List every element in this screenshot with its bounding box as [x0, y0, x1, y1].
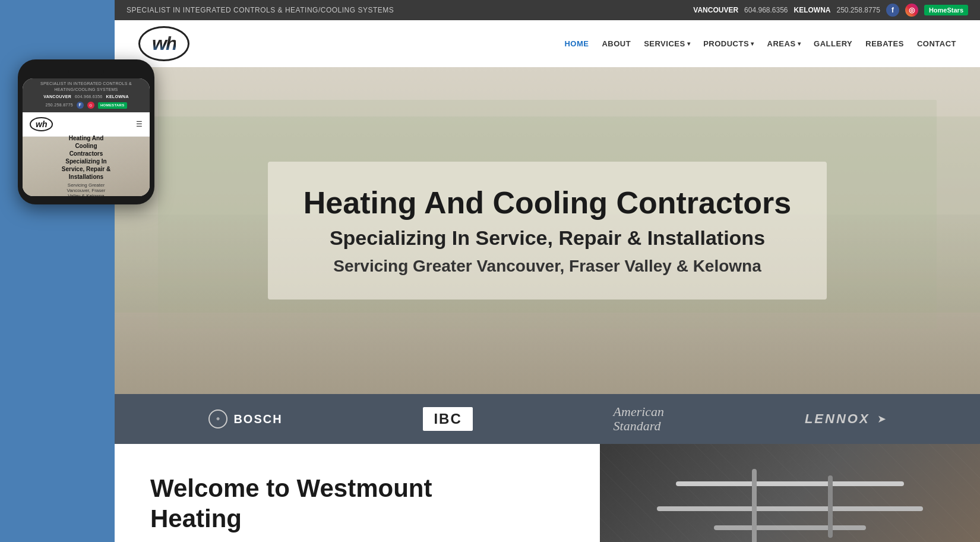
kelowna-phone: 250.258.8775 [837, 6, 880, 14]
phone-screen: SPECIALIST IN INTEGRATED CONTROLS & HEAT… [23, 78, 150, 196]
kelowna-label: KELOWNA [794, 6, 831, 14]
nav-contact[interactable]: CONTACT [917, 39, 956, 48]
hero-text-block: Heating And Cooling Contractors Speciali… [268, 162, 827, 300]
phone-kelowna-phone: 250.258.8775 [45, 102, 72, 108]
logo-oval: wh [138, 26, 189, 61]
nav-rebates[interactable]: REBATES [865, 39, 904, 48]
phone-kelowna-row: 250.258.8775 f ◎ HomeStars [26, 100, 146, 110]
phone-notch [68, 68, 104, 75]
welcome-image [600, 444, 980, 542]
welcome-text: Welcome to Westmount Heating [115, 444, 600, 542]
phone-hero: Heating And Cooling Contractors Speciali… [23, 137, 150, 196]
top-bar-right: VANCOUVER 604.968.6356 KELOWNA 250.258.8… [693, 4, 968, 17]
vancouver-phone: 604.968.6356 [744, 6, 788, 14]
vancouver-label: VANCOUVER [693, 6, 738, 14]
nav-about[interactable]: ABOUT [602, 39, 631, 48]
tagline: SPECIALIST IN INTEGRATED CONTROLS & HEAT… [127, 6, 394, 14]
hero-subheading: Specializing In Service, Repair & Instal… [304, 226, 791, 250]
hero-heading: Heating And Cooling Contractors [304, 185, 791, 221]
phone-vancouver-phone: 604.968.6356 [75, 94, 102, 100]
phone-hero-text: Heating And Cooling Contractors Speciali… [62, 134, 110, 196]
logo-area: wh [138, 26, 189, 61]
welcome-heading: Welcome to Westmount Heating [150, 474, 564, 534]
welcome-section: Welcome to Westmount Heating [115, 444, 980, 542]
hero-section: Heating And Cooling Contractors Speciali… [115, 67, 980, 394]
phone-navbar: wh ☰ [23, 112, 150, 137]
ibc-label: IBC [423, 407, 472, 431]
phone-kelowna-label: KELOWNA [106, 94, 129, 100]
areas-caret: ▾ [798, 40, 801, 47]
nav-home[interactable]: HOME [564, 39, 589, 48]
phone-hero-heading: Heating And Cooling Contractors Speciali… [62, 134, 110, 181]
phone-logo: wh [30, 117, 53, 131]
phone-vancouver-label: VANCOUVER [43, 94, 71, 100]
brand-american-standard: AmericanStandard [614, 405, 665, 433]
brand-lennox: LENNOX ➤ [805, 411, 886, 427]
navbar: wh HOME ABOUT SERVICES ▾ PRODUCTS ▾ AREA… [115, 20, 980, 67]
phone-contact-row: VANCOUVER 604.968.6356 KELOWNA [26, 93, 146, 101]
phone-service-text: Servicing Greater Vancouver, Fraser Vall… [62, 182, 110, 196]
phone-homestars-badge: HomeStars [98, 102, 127, 108]
phone-topbar: SPECIALIST IN INTEGRATED CONTROLS & HEAT… [23, 78, 150, 112]
hamburger-icon[interactable]: ☰ [136, 120, 143, 128]
hero-tagline: Servicing Greater Vancouver, Fraser Vall… [304, 257, 791, 276]
top-bar: SPECIALIST IN INTEGRATED CONTROLS & HEAT… [115, 0, 980, 20]
homestars-badge[interactable]: HomeStars [924, 5, 968, 15]
phone-ig-icon: ◎ [87, 102, 94, 109]
brand-ibc: IBC [423, 407, 472, 431]
products-caret: ▾ [751, 40, 754, 47]
bosch-circle-icon: ⊕ [208, 409, 227, 428]
nav-services[interactable]: SERVICES ▾ [644, 39, 690, 48]
main-content: SPECIALIST IN INTEGRATED CONTROLS & HEAT… [115, 0, 980, 542]
brand-bosch: ⊕ BOSCH [208, 409, 282, 428]
phone-mockup: SPECIALIST IN INTEGRATED CONTROLS & HEAT… [18, 59, 154, 204]
lennox-arrow-icon: ➤ [877, 412, 886, 426]
logo-text[interactable]: wh [152, 33, 176, 55]
phone-tagline-line1: SPECIALIST IN INTEGRATED CONTROLS & [26, 81, 146, 87]
brand-bar: ⊕ BOSCH IBC AmericanStandard LENNOX ➤ [115, 394, 980, 444]
services-caret: ▾ [687, 40, 691, 47]
facebook-icon[interactable]: f [886, 4, 899, 17]
instagram-icon[interactable]: ◎ [905, 4, 918, 17]
nav-menu: HOME ABOUT SERVICES ▾ PRODUCTS ▾ AREAS ▾… [564, 39, 956, 48]
phone-tagline-line2: HEATING/COOLING SYSTEMS [26, 87, 146, 93]
lennox-label: LENNOX [805, 411, 870, 427]
phone-fb-icon: f [77, 102, 84, 109]
nav-areas[interactable]: AREAS ▾ [767, 39, 801, 48]
american-standard-label: AmericanStandard [614, 405, 665, 433]
nav-products[interactable]: PRODUCTS ▾ [703, 39, 754, 48]
bosch-label: BOSCH [233, 412, 282, 426]
nav-gallery[interactable]: GALLERY [814, 39, 852, 48]
